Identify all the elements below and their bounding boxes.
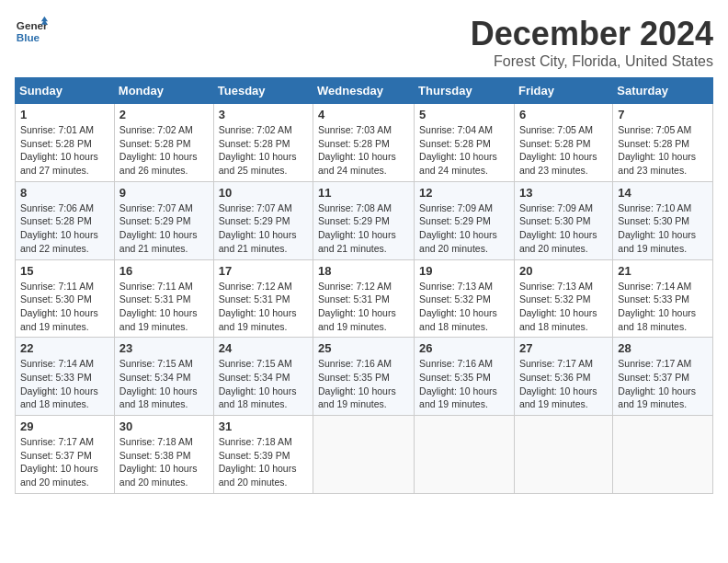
- calendar-week-row: 1Sunrise: 7:01 AMSunset: 5:28 PMDaylight…: [16, 104, 713, 182]
- day-info: Sunrise: 7:17 AMSunset: 5:36 PMDaylight:…: [519, 357, 608, 411]
- day-info: Sunrise: 7:02 AMSunset: 5:28 PMDaylight:…: [119, 123, 209, 178]
- svg-text:Blue: Blue: [17, 31, 40, 43]
- day-number: 6: [519, 108, 608, 121]
- day-number: 10: [219, 186, 308, 200]
- day-number: 3: [219, 108, 308, 121]
- calendar-day-cell: 18Sunrise: 7:12 AMSunset: 5:31 PMDayligh…: [313, 259, 415, 338]
- weekday-header-cell: Friday: [514, 78, 612, 104]
- day-info: Sunrise: 7:14 AMSunset: 5:33 PMDaylight:…: [618, 280, 708, 334]
- day-info: Sunrise: 7:12 AMSunset: 5:31 PMDaylight:…: [219, 280, 308, 334]
- calendar-day-cell: 5Sunrise: 7:04 AMSunset: 5:28 PMDaylight…: [415, 104, 515, 182]
- day-info: Sunrise: 7:07 AMSunset: 5:29 PMDaylight:…: [119, 201, 209, 256]
- weekday-header-cell: Saturday: [613, 78, 713, 104]
- calendar-day-cell: 14Sunrise: 7:10 AMSunset: 5:30 PMDayligh…: [613, 181, 713, 259]
- day-number: 26: [419, 341, 509, 355]
- day-info: Sunrise: 7:02 AMSunset: 5:28 PMDaylight:…: [219, 123, 308, 178]
- logo: General Blue: [15, 15, 48, 48]
- calendar-day-cell: 16Sunrise: 7:11 AMSunset: 5:31 PMDayligh…: [114, 259, 213, 338]
- calendar-day-cell: 28Sunrise: 7:17 AMSunset: 5:37 PMDayligh…: [613, 338, 713, 416]
- calendar-day-cell: 3Sunrise: 7:02 AMSunset: 5:28 PMDaylight…: [213, 104, 313, 182]
- day-info: Sunrise: 7:12 AMSunset: 5:31 PMDaylight:…: [318, 280, 409, 334]
- day-number: 12: [419, 186, 509, 200]
- day-number: 2: [119, 108, 209, 121]
- calendar-day-cell: 23Sunrise: 7:15 AMSunset: 5:34 PMDayligh…: [114, 338, 213, 416]
- day-info: Sunrise: 7:10 AMSunset: 5:30 PMDaylight:…: [618, 201, 708, 256]
- day-info: Sunrise: 7:05 AMSunset: 5:28 PMDaylight:…: [519, 123, 608, 178]
- day-number: 15: [20, 264, 109, 278]
- day-info: Sunrise: 7:11 AMSunset: 5:30 PMDaylight:…: [20, 280, 109, 334]
- day-info: Sunrise: 7:07 AMSunset: 5:29 PMDaylight:…: [219, 201, 308, 256]
- weekday-header-cell: Wednesday: [313, 78, 415, 104]
- day-number: 19: [419, 264, 509, 278]
- day-number: 4: [318, 108, 409, 121]
- month-title: December 2024: [471, 15, 713, 53]
- calendar-week-row: 8Sunrise: 7:06 AMSunset: 5:28 PMDaylight…: [16, 181, 713, 259]
- calendar-week-row: 29Sunrise: 7:17 AMSunset: 5:37 PMDayligh…: [16, 416, 713, 494]
- day-info: Sunrise: 7:06 AMSunset: 5:28 PMDaylight:…: [20, 201, 109, 256]
- day-number: 13: [519, 186, 608, 200]
- calendar-day-cell: 24Sunrise: 7:15 AMSunset: 5:34 PMDayligh…: [213, 338, 313, 416]
- calendar-day-cell: [313, 416, 415, 494]
- day-number: 25: [318, 341, 409, 355]
- day-number: 17: [219, 264, 308, 278]
- day-number: 18: [318, 264, 409, 278]
- calendar-body: 1Sunrise: 7:01 AMSunset: 5:28 PMDaylight…: [16, 104, 713, 494]
- day-info: Sunrise: 7:05 AMSunset: 5:28 PMDaylight:…: [618, 123, 708, 178]
- calendar-day-cell: 9Sunrise: 7:07 AMSunset: 5:29 PMDaylight…: [114, 181, 213, 259]
- calendar-day-cell: 22Sunrise: 7:14 AMSunset: 5:33 PMDayligh…: [16, 338, 115, 416]
- day-number: 21: [618, 264, 708, 278]
- calendar-day-cell: 6Sunrise: 7:05 AMSunset: 5:28 PMDaylight…: [514, 104, 612, 182]
- calendar-day-cell: [613, 416, 713, 494]
- calendar-day-cell: 11Sunrise: 7:08 AMSunset: 5:29 PMDayligh…: [313, 181, 415, 259]
- calendar-day-cell: 27Sunrise: 7:17 AMSunset: 5:36 PMDayligh…: [514, 338, 612, 416]
- weekday-header-cell: Monday: [114, 78, 213, 104]
- day-number: 7: [618, 108, 708, 121]
- weekday-header-cell: Thursday: [415, 78, 515, 104]
- calendar-day-cell: 29Sunrise: 7:17 AMSunset: 5:37 PMDayligh…: [16, 416, 115, 494]
- calendar-table: SundayMondayTuesdayWednesdayThursdayFrid…: [15, 77, 713, 494]
- day-info: Sunrise: 7:17 AMSunset: 5:37 PMDaylight:…: [20, 435, 109, 489]
- day-number: 28: [618, 341, 708, 355]
- calendar-day-cell: 2Sunrise: 7:02 AMSunset: 5:28 PMDaylight…: [114, 104, 213, 182]
- calendar-day-cell: [514, 416, 612, 494]
- day-info: Sunrise: 7:18 AMSunset: 5:39 PMDaylight:…: [219, 435, 308, 489]
- calendar-day-cell: [415, 416, 515, 494]
- day-number: 30: [119, 419, 209, 433]
- calendar-day-cell: 30Sunrise: 7:18 AMSunset: 5:38 PMDayligh…: [114, 416, 213, 494]
- day-number: 9: [119, 186, 209, 200]
- day-info: Sunrise: 7:16 AMSunset: 5:35 PMDaylight:…: [419, 357, 509, 411]
- day-number: 16: [119, 264, 209, 278]
- day-number: 5: [419, 108, 509, 121]
- day-number: 1: [20, 108, 109, 121]
- calendar-day-cell: 31Sunrise: 7:18 AMSunset: 5:39 PMDayligh…: [213, 416, 313, 494]
- weekday-header-row: SundayMondayTuesdayWednesdayThursdayFrid…: [16, 78, 713, 104]
- page-header: General Blue December 2024 Forest City, …: [15, 15, 713, 70]
- day-number: 29: [20, 419, 109, 433]
- day-info: Sunrise: 7:09 AMSunset: 5:29 PMDaylight:…: [419, 201, 509, 256]
- day-info: Sunrise: 7:04 AMSunset: 5:28 PMDaylight:…: [419, 123, 509, 178]
- calendar-day-cell: 8Sunrise: 7:06 AMSunset: 5:28 PMDaylight…: [16, 181, 115, 259]
- calendar-day-cell: 1Sunrise: 7:01 AMSunset: 5:28 PMDaylight…: [16, 104, 115, 182]
- day-info: Sunrise: 7:11 AMSunset: 5:31 PMDaylight:…: [119, 280, 209, 334]
- day-number: 31: [219, 419, 308, 433]
- calendar-day-cell: 19Sunrise: 7:13 AMSunset: 5:32 PMDayligh…: [415, 259, 515, 338]
- calendar-day-cell: 4Sunrise: 7:03 AMSunset: 5:28 PMDaylight…: [313, 104, 415, 182]
- title-area: December 2024 Forest City, Florida, Unit…: [471, 15, 713, 70]
- calendar-day-cell: 20Sunrise: 7:13 AMSunset: 5:32 PMDayligh…: [514, 259, 612, 338]
- day-info: Sunrise: 7:18 AMSunset: 5:38 PMDaylight:…: [119, 435, 209, 489]
- calendar-day-cell: 7Sunrise: 7:05 AMSunset: 5:28 PMDaylight…: [613, 104, 713, 182]
- location-title: Forest City, Florida, United States: [471, 53, 713, 70]
- day-info: Sunrise: 7:14 AMSunset: 5:33 PMDaylight:…: [20, 357, 109, 411]
- calendar-day-cell: 13Sunrise: 7:09 AMSunset: 5:30 PMDayligh…: [514, 181, 612, 259]
- day-number: 24: [219, 341, 308, 355]
- calendar-week-row: 22Sunrise: 7:14 AMSunset: 5:33 PMDayligh…: [16, 338, 713, 416]
- calendar-day-cell: 17Sunrise: 7:12 AMSunset: 5:31 PMDayligh…: [213, 259, 313, 338]
- day-info: Sunrise: 7:03 AMSunset: 5:28 PMDaylight:…: [318, 123, 409, 178]
- day-info: Sunrise: 7:09 AMSunset: 5:30 PMDaylight:…: [519, 201, 608, 256]
- calendar-day-cell: 21Sunrise: 7:14 AMSunset: 5:33 PMDayligh…: [613, 259, 713, 338]
- calendar-day-cell: 15Sunrise: 7:11 AMSunset: 5:30 PMDayligh…: [16, 259, 115, 338]
- day-info: Sunrise: 7:13 AMSunset: 5:32 PMDaylight:…: [419, 280, 509, 334]
- calendar-day-cell: 10Sunrise: 7:07 AMSunset: 5:29 PMDayligh…: [213, 181, 313, 259]
- day-number: 27: [519, 341, 608, 355]
- day-info: Sunrise: 7:16 AMSunset: 5:35 PMDaylight:…: [318, 357, 409, 411]
